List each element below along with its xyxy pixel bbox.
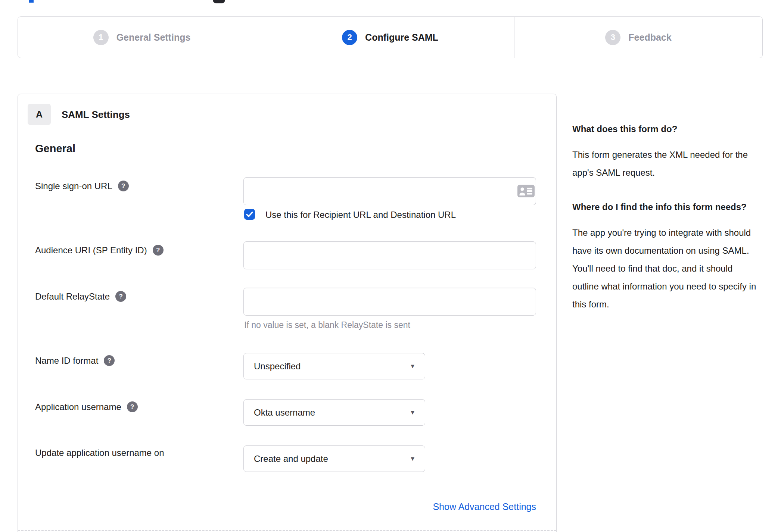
chevron-down-icon: ▼ [410, 363, 416, 370]
help-icon[interactable]: ? [153, 245, 164, 256]
audience-uri-label: Audience URI (SP Entity ID) ? [35, 245, 164, 256]
relay-state-input[interactable] [243, 288, 536, 316]
app-username-selected-value: Okta username [244, 407, 315, 418]
show-advanced-settings-link[interactable]: Show Advanced Settings [243, 501, 536, 512]
name-id-format-label-text: Name ID format [35, 356, 98, 366]
step-number-badge: 3 [605, 30, 620, 45]
general-group-heading: General [35, 143, 75, 155]
section-title: SAML Settings [62, 109, 130, 121]
update-username-label-text: Update application username on [35, 448, 164, 458]
help-heading-what: What does this form do? [572, 122, 759, 137]
relay-state-helper-text: If no value is set, a blank RelayState i… [244, 320, 410, 330]
help-icon[interactable]: ? [115, 291, 126, 302]
sso-url-input[interactable] [243, 177, 536, 205]
checkmark-icon [246, 212, 253, 217]
recipient-url-checkbox-label[interactable]: Use this for Recipient URL and Destinati… [265, 210, 456, 220]
relay-state-label: Default RelayState ? [35, 291, 126, 302]
step-label: Feedback [628, 32, 671, 43]
section-a-badge: A [28, 104, 51, 125]
update-username-label: Update application username on [35, 448, 164, 458]
update-username-selected-value: Create and update [244, 454, 328, 464]
saml-setup-wizard: 1 General Settings 2 Configure SAML 3 Fe… [0, 0, 781, 532]
update-username-select[interactable]: Create and update ▼ [243, 445, 425, 472]
help-body-where: The app you're trying to integrate with … [572, 224, 759, 313]
help-icon[interactable]: ? [118, 181, 129, 191]
step-label: General Settings [116, 32, 191, 43]
step-number-badge: 2 [342, 30, 357, 45]
app-username-label: Application username ? [35, 401, 138, 412]
saml-settings-panel: A SAML Settings General Single sign-on U… [18, 94, 557, 532]
step-feedback[interactable]: 3 Feedback [514, 17, 762, 58]
clipped-dark-shape [213, 0, 225, 3]
name-id-format-select[interactable]: Unspecified ▼ [243, 353, 425, 379]
app-username-label-text: Application username [35, 402, 121, 412]
app-username-select[interactable]: Okta username ▼ [243, 399, 425, 426]
relay-state-label-text: Default RelayState [35, 291, 110, 302]
wizard-stepper: 1 General Settings 2 Configure SAML 3 Fe… [18, 16, 763, 58]
chevron-down-icon: ▼ [410, 409, 416, 416]
step-label: Configure SAML [365, 32, 438, 43]
audience-uri-label-text: Audience URI (SP Entity ID) [35, 245, 147, 256]
help-icon[interactable]: ? [127, 401, 138, 412]
step-number-badge: 1 [93, 30, 109, 45]
step-general-settings[interactable]: 1 General Settings [18, 17, 266, 58]
audience-uri-input[interactable] [243, 241, 536, 269]
help-heading-where: Where do I find the info this form needs… [572, 200, 759, 215]
help-icon[interactable]: ? [104, 355, 115, 366]
dashed-section-divider [18, 530, 556, 531]
chevron-down-icon: ▼ [410, 456, 416, 462]
name-id-format-label: Name ID format ? [35, 355, 115, 366]
sso-url-label: Single sign-on URL ? [35, 181, 129, 191]
clipped-blue-indicator [29, 0, 34, 3]
sso-url-label-text: Single sign-on URL [35, 181, 112, 191]
help-sidebar: What does this form do? This form genera… [572, 122, 759, 331]
help-body-what: This form generates the XML needed for t… [572, 146, 759, 182]
name-id-format-selected-value: Unspecified [244, 361, 301, 372]
step-configure-saml[interactable]: 2 Configure SAML [266, 17, 514, 58]
recipient-url-checkbox[interactable] [244, 209, 255, 220]
